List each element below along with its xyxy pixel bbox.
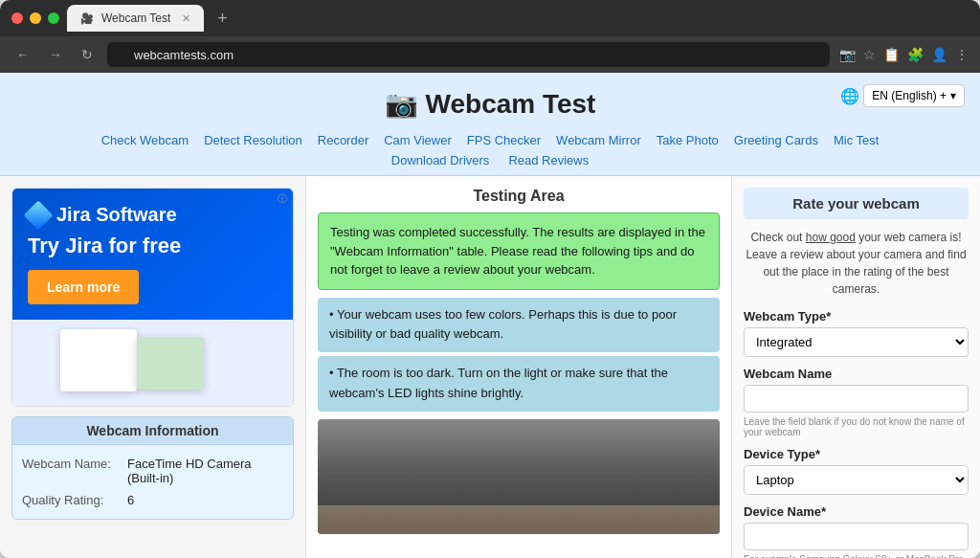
testing-area-title: Testing Area — [318, 188, 720, 205]
device-type-label: Device Type* — [744, 447, 969, 461]
nav-detect-resolution[interactable]: Detect Resolution — [204, 133, 302, 147]
jira-tagline: Try Jira for free — [28, 234, 278, 258]
ad-column: ⓘ Jira Software Try Jira for free Learn … — [0, 176, 306, 558]
menu-icon[interactable]: ⋮ — [955, 47, 969, 62]
nav-recorder[interactable]: Recorder — [318, 133, 368, 147]
title-bar: 🎥 Webcam Test ✕ + — [0, 0, 980, 36]
nav-read-reviews[interactable]: Read Reviews — [508, 153, 589, 167]
nav-links: Check Webcam Detect Resolution Recorder … — [0, 129, 980, 153]
webcam-name-value: FaceTime HD Camera (Built-in) — [127, 457, 283, 485]
jira-cta-button[interactable]: Learn more — [28, 270, 139, 304]
nav-check-webcam[interactable]: Check Webcam — [101, 133, 189, 147]
jira-mock-1 — [60, 329, 137, 391]
ad-jira: Jira Software Try Jira for free Learn mo… — [12, 189, 293, 320]
profile-icon[interactable]: 👤 — [931, 47, 947, 62]
device-name-input[interactable] — [744, 523, 969, 550]
webcam-info-table: Webcam Name: FaceTime HD Camera (Built-i… — [12, 445, 293, 519]
reload-button[interactable]: ↻ — [77, 44, 98, 65]
nav-fps-checker[interactable]: FPS Checker — [467, 133, 541, 147]
quality-rating-label: Quality Rating: — [22, 493, 127, 507]
webcam-info-title: Webcam Information — [12, 417, 293, 445]
nav-mic-test[interactable]: Mic Test — [834, 133, 879, 147]
webcam-name-form-label: Webcam Name — [744, 367, 969, 381]
extensions-icon[interactable]: 🧩 — [907, 47, 924, 62]
quality-rating-value: 6 — [127, 493, 134, 507]
reader-icon[interactable]: 📋 — [883, 47, 900, 62]
camera-icon[interactable]: 📷 — [839, 47, 856, 62]
webcam-preview — [318, 419, 720, 534]
site-title: 📷 Webcam Test — [385, 88, 596, 120]
lang-flag: 🌐 — [840, 87, 859, 105]
rate-description: Check out how good your web camera is! L… — [744, 229, 969, 298]
webcam-name-label: Webcam Name: — [22, 457, 127, 485]
lang-dropdown[interactable]: EN (English) + ▾ — [863, 84, 965, 107]
device-name-hint: For example Samsung Galaxy S8+ or MacBoo… — [744, 554, 969, 558]
jira-image — [12, 320, 293, 406]
site-emoji: 📷 — [385, 88, 418, 120]
tab-close-button[interactable]: ✕ — [182, 12, 190, 25]
nav-row2: Download Drivers Read Reviews — [0, 153, 980, 175]
maximize-button[interactable] — [48, 12, 59, 24]
device-name-label: Device Name* — [744, 504, 969, 519]
nav-take-photo[interactable]: Take Photo — [657, 133, 719, 147]
minimize-button[interactable] — [30, 12, 41, 24]
site-title-text: Webcam Test — [426, 89, 596, 120]
nav-webcam-mirror[interactable]: Webcam Mirror — [556, 133, 641, 147]
close-button[interactable] — [11, 12, 23, 24]
address-input[interactable] — [107, 42, 830, 67]
toolbar-icons: 📷 ☆ 📋 🧩 👤 ⋮ — [839, 47, 969, 62]
warning-message-1: • Your webcam uses too few colors. Perha… — [318, 298, 720, 353]
header-top: 📷 Webcam Test 🌐 EN (English) + ▾ — [0, 84, 980, 129]
traffic-lights — [11, 12, 59, 24]
bookmark-icon[interactable]: ☆ — [863, 47, 876, 62]
right-column: Rate your webcam Check out how good your… — [731, 176, 980, 558]
jira-diamond-icon — [23, 200, 53, 230]
back-button[interactable]: ← — [11, 44, 34, 65]
jira-logo: Jira Software — [28, 204, 278, 226]
page-body: ⓘ Jira Software Try Jira for free Learn … — [0, 176, 980, 558]
jira-mock-2 — [137, 337, 204, 390]
main-column: Testing Area Testing was completed succe… — [306, 176, 731, 558]
ad-info-icon[interactable]: ⓘ — [278, 192, 287, 206]
nav-greeting-cards[interactable]: Greeting Cards — [734, 133, 818, 147]
webcam-name-input[interactable] — [744, 385, 969, 413]
lang-selector: 🌐 EN (English) + ▾ — [840, 84, 965, 107]
webcam-type-label: Webcam Type* — [744, 309, 969, 324]
preview-overlay — [318, 505, 720, 534]
table-row: Quality Rating: 6 — [12, 489, 293, 511]
forward-button[interactable]: → — [44, 44, 67, 65]
ad-box: ⓘ Jira Software Try Jira for free Learn … — [11, 188, 294, 407]
address-wrapper: 🔒 — [107, 42, 830, 67]
page-content: 📷 Webcam Test 🌐 EN (English) + ▾ Check W… — [0, 73, 980, 558]
tab-title: Webcam Test — [101, 11, 170, 25]
webcam-info-box: Webcam Information Webcam Name: FaceTime… — [11, 416, 294, 520]
table-row: Webcam Name: FaceTime HD Camera (Built-i… — [12, 453, 293, 489]
jira-brand: Jira Software — [56, 204, 177, 226]
lang-label: EN (English) + — [872, 89, 947, 102]
tab-favicon: 🎥 — [80, 12, 94, 25]
success-message: Testing was completed successfully. The … — [318, 212, 720, 290]
page-header: 📷 Webcam Test 🌐 EN (English) + ▾ Check W… — [0, 73, 980, 176]
webcam-name-hint: Leave the field blank if you do not know… — [744, 416, 969, 437]
nav-download-drivers[interactable]: Download Drivers — [391, 153, 490, 167]
webcam-type-select[interactable]: Integrated External Other — [744, 327, 969, 357]
browser-tab[interactable]: 🎥 Webcam Test ✕ — [67, 5, 204, 32]
warning-message-2: • The room is too dark. Turn on the ligh… — [318, 356, 720, 412]
new-tab-button[interactable]: + — [217, 5, 228, 32]
nav-cam-viewer[interactable]: Cam Viewer — [384, 133, 452, 147]
device-type-select[interactable]: Laptop Desktop Tablet Phone — [744, 465, 969, 495]
rate-title: Rate your webcam — [744, 188, 969, 219]
chevron-down-icon: ▾ — [950, 89, 956, 102]
address-bar: ← → ↻ 🔒 📷 ☆ 📋 🧩 👤 ⋮ — [0, 36, 980, 73]
